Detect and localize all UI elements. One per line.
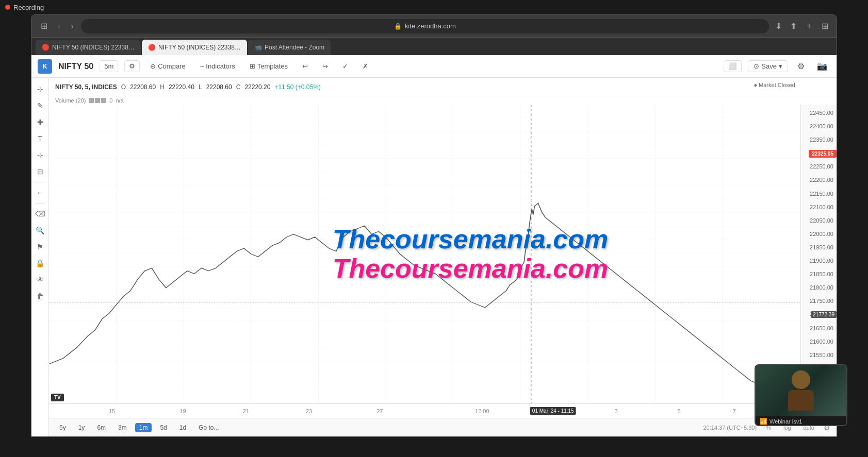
period-6m[interactable]: 6m xyxy=(93,423,110,432)
ohlc-close: 22220.20 xyxy=(244,83,270,91)
back-button[interactable]: ‹ xyxy=(55,20,63,33)
tab2-label: NIFTY 50 (INDICES) 22338.75 - Kite Chart xyxy=(158,44,241,51)
price-label-22300-row: 22300.00 22325.05 xyxy=(801,149,837,157)
clear-drawings-button[interactable]: ✗ xyxy=(358,61,372,72)
volume-bar: Volume (20) 0 n/a xyxy=(49,96,837,105)
time-label-3: 3 xyxy=(614,408,617,414)
period-1m[interactable]: 1m xyxy=(135,423,152,432)
new-tab-button[interactable]: ＋ xyxy=(803,19,815,33)
period-5d[interactable]: 5d xyxy=(156,423,171,432)
person-head xyxy=(792,370,810,389)
compare-button[interactable]: ⊕ Compare xyxy=(146,61,189,72)
current-price-badge: 22325.05 xyxy=(809,150,837,158)
price-label-21900: 21900.00 xyxy=(801,257,837,265)
undo-button[interactable]: ↩ xyxy=(298,61,312,72)
recording-bar: Recording xyxy=(0,0,868,14)
goto-button[interactable]: Go to... xyxy=(194,423,223,432)
period-1y[interactable]: 1y xyxy=(74,423,89,432)
time-label-crosshair: 01 Mar '24 - 11:15 xyxy=(530,407,576,415)
chart-time: 20:14:37 (UTC+5:30) xyxy=(703,425,757,431)
save-icon: ⊙ xyxy=(754,62,759,70)
time-label-15: 15 xyxy=(109,408,115,414)
measure-tool[interactable]: ⊹ xyxy=(33,148,47,162)
time-label-19: 19 xyxy=(179,408,186,414)
crosshair-price-badge: 21772.39 xyxy=(811,311,837,318)
symbol-name: NIFTY 50 xyxy=(58,62,93,71)
chart-canvas[interactable]: Thecoursemania.com Thecoursemania.com TV… xyxy=(49,105,837,403)
screenshot-button[interactable]: 📷 xyxy=(814,60,830,73)
price-label-21650: 21650.00 xyxy=(801,324,837,332)
pin-tool[interactable]: ⚑ xyxy=(33,240,47,254)
tab1-label: NIFTY 50 (INDICES) 22338.75 - Kite Chart xyxy=(52,44,135,51)
extensions-button[interactable]: ⊞ xyxy=(820,19,830,33)
price-label-22450: 22450.00 xyxy=(801,109,837,117)
person-container xyxy=(788,370,814,411)
zoom-tab-label: Post Attendee - Zoom xyxy=(265,44,324,51)
price-label-22200: 22200.00 xyxy=(801,176,837,184)
ohlc-change: +11.50 (+0.05%) xyxy=(274,83,320,91)
forward-button[interactable]: › xyxy=(68,20,76,33)
chart-bottom-bar: 5y 1y 6m 3m 1m 5d 1d Go to... 20:14:37 (… xyxy=(49,418,837,436)
period-3m[interactable]: 3m xyxy=(114,423,131,432)
chart-left-toolbar: ⊹ ✎ ✚ T ⊹ ⊟ ← ⌫ 🔍 ⚑ 🔒 👁 🗑 xyxy=(31,78,49,436)
address-bar[interactable]: 🔒 kite.zerodha.com xyxy=(81,19,769,33)
cursor-tool[interactable]: ⊹ xyxy=(33,82,47,96)
drawing-mode-button[interactable]: ✓ xyxy=(338,61,352,72)
kite-chart-page: K NIFTY 50 5m ⚙ ⊕ Compare ~ Indicators ⊞… xyxy=(31,55,837,436)
horizontal-line-tool[interactable]: ⊟ xyxy=(33,164,47,179)
time-label-5: 5 xyxy=(678,408,681,414)
text-tool[interactable]: T xyxy=(33,131,47,146)
pencil-tool[interactable]: ✎ xyxy=(33,98,47,113)
period-1d[interactable]: 1d xyxy=(175,423,190,432)
time-label-1200: 12:00 xyxy=(475,408,489,414)
volume-value: 0 xyxy=(109,97,112,104)
downloads-button[interactable]: ⬇ xyxy=(773,19,784,33)
browser-window: ⊞ ‹ › 🔒 kite.zerodha.com ⬇ ⬆ ＋ ⊞ 🔴 NIFTY… xyxy=(31,14,837,437)
ohlc-symbol: NIFTY 50, 5, INDICES xyxy=(55,83,117,91)
templates-button[interactable]: ⊞ Templates xyxy=(245,61,292,72)
redo-button[interactable]: ↪ xyxy=(318,61,332,72)
signal-icon: 📶 xyxy=(760,418,767,425)
recording-indicator xyxy=(5,5,10,10)
price-label-22350: 22350.00 xyxy=(801,136,837,144)
price-label-21950: 21950.00 xyxy=(801,243,837,251)
ohlc-bar: NIFTY 50, 5, INDICES O 22208.60 H 22220.… xyxy=(49,78,837,96)
price-label-21550: 21550.00 xyxy=(801,351,837,359)
crosshair-tool[interactable]: ✚ xyxy=(33,115,47,129)
recording-label: Recording xyxy=(13,4,44,11)
period-5y[interactable]: 5y xyxy=(55,423,70,432)
lock-tool[interactable]: 🔒 xyxy=(33,256,47,270)
interval-settings-button[interactable]: ⚙ xyxy=(124,60,140,72)
timeframe-button[interactable]: 5m xyxy=(100,60,118,72)
price-label-21600: 21600.00 xyxy=(801,337,837,346)
trash-tool[interactable]: 🗑 xyxy=(33,289,47,303)
share-button[interactable]: ⬆ xyxy=(788,19,799,33)
visibility-tool[interactable]: 👁 xyxy=(33,273,47,287)
webcam-video xyxy=(756,365,846,416)
ohlc-close-label: C xyxy=(236,83,241,91)
webcam-name: Webinar isv1 xyxy=(769,418,802,425)
chart-svg xyxy=(49,105,800,403)
price-label-22400: 22400.00 xyxy=(801,122,837,130)
tab1-favicon: 🔴 xyxy=(42,44,49,51)
browser-tab-1[interactable]: 🔴 NIFTY 50 (INDICES) 22338.75 - Kite Cha… xyxy=(36,40,141,55)
chart-settings-button[interactable]: ⚙ xyxy=(794,60,808,73)
tab-expand-button[interactable]: ⊞ xyxy=(38,19,51,33)
indicators-button[interactable]: ~ Indicators xyxy=(196,61,239,72)
browser-tabs-bar: 🔴 NIFTY 50 (INDICES) 22338.75 - Kite Cha… xyxy=(31,38,837,55)
volume-label: Volume (20) xyxy=(55,97,86,104)
lock-icon: 🔒 xyxy=(394,23,402,30)
save-dropdown-icon: ▾ xyxy=(779,62,782,70)
eraser-tool[interactable]: ⌫ xyxy=(33,207,47,221)
zoom-tool[interactable]: 🔍 xyxy=(33,223,47,238)
time-label-23: 23 xyxy=(306,408,312,414)
browser-tab-2[interactable]: 🔴 NIFTY 50 (INDICES) 22338.75 - Kite Cha… xyxy=(142,40,247,55)
save-button[interactable]: ⊙ Save ▾ xyxy=(748,60,788,72)
time-label-21: 21 xyxy=(243,408,249,414)
toolbar-separator-2 xyxy=(35,203,45,204)
volume-squares xyxy=(89,98,106,103)
fullscreen-button[interactable]: ⬜ xyxy=(724,60,742,72)
browser-tab-zoom[interactable]: 📹 Post Attendee - Zoom xyxy=(248,40,331,55)
chart-main-area: ⊹ ✎ ✚ T ⊹ ⊟ ← ⌫ 🔍 ⚑ 🔒 👁 🗑 NIFTY xyxy=(31,78,837,436)
back-arrow-tool[interactable]: ← xyxy=(33,185,47,200)
